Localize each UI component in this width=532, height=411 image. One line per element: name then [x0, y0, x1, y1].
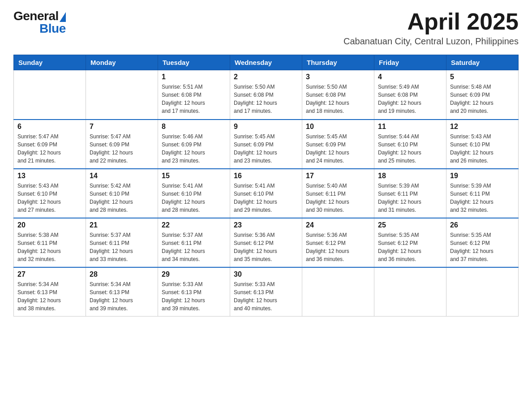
day-info: Sunrise: 5:51 AM Sunset: 6:08 PM Dayligh… — [162, 83, 226, 115]
calendar-header-tuesday: Tuesday — [158, 55, 230, 70]
calendar-header-saturday: Saturday — [446, 55, 519, 70]
day-number: 29 — [162, 270, 226, 278]
day-info: Sunrise: 5:50 AM Sunset: 6:08 PM Dayligh… — [306, 83, 370, 115]
logo-triangle-icon — [60, 12, 66, 22]
calendar-header-row: SundayMondayTuesdayWednesdayThursdayFrid… — [14, 55, 519, 70]
day-info: Sunrise: 5:35 AM Sunset: 6:12 PM Dayligh… — [450, 231, 515, 263]
day-number: 3 — [306, 73, 370, 81]
month-title: April 2025 — [343, 9, 519, 34]
calendar-cell: 18Sunrise: 5:39 AM Sunset: 6:11 PM Dayli… — [374, 169, 446, 218]
day-number: 19 — [450, 172, 515, 180]
calendar-cell: 8Sunrise: 5:46 AM Sunset: 6:09 PM Daylig… — [158, 120, 230, 169]
calendar-cell: 22Sunrise: 5:37 AM Sunset: 6:11 PM Dayli… — [158, 218, 230, 267]
day-number: 26 — [450, 221, 515, 229]
title-section: April 2025 Cabanatuan City, Central Luzo… — [343, 9, 519, 47]
logo-blue-text: Blue — [39, 21, 66, 36]
calendar-table: SundayMondayTuesdayWednesdayThursdayFrid… — [13, 55, 519, 317]
calendar-cell: 20Sunrise: 5:38 AM Sunset: 6:11 PM Dayli… — [14, 218, 86, 267]
calendar-cell: 10Sunrise: 5:45 AM Sunset: 6:09 PM Dayli… — [302, 120, 374, 169]
calendar-week-row: 1Sunrise: 5:51 AM Sunset: 6:08 PM Daylig… — [14, 70, 519, 120]
calendar-cell: 17Sunrise: 5:40 AM Sunset: 6:11 PM Dayli… — [302, 169, 374, 218]
page-header: General Blue April 2025 Cabanatuan City,… — [13, 9, 519, 47]
day-number: 21 — [90, 221, 154, 229]
day-number: 9 — [234, 123, 298, 131]
calendar-header-monday: Monday — [86, 55, 158, 70]
logo: General Blue — [13, 9, 66, 36]
day-number: 1 — [162, 73, 226, 81]
day-info: Sunrise: 5:47 AM Sunset: 6:09 PM Dayligh… — [17, 133, 82, 165]
calendar-cell: 24Sunrise: 5:36 AM Sunset: 6:12 PM Dayli… — [302, 218, 374, 267]
day-info: Sunrise: 5:37 AM Sunset: 6:11 PM Dayligh… — [90, 231, 154, 263]
location-title: Cabanatuan City, Central Luzon, Philippi… — [343, 36, 519, 47]
calendar-cell: 29Sunrise: 5:33 AM Sunset: 6:13 PM Dayli… — [158, 267, 230, 317]
day-info: Sunrise: 5:36 AM Sunset: 6:12 PM Dayligh… — [306, 231, 370, 263]
day-info: Sunrise: 5:47 AM Sunset: 6:09 PM Dayligh… — [90, 133, 154, 165]
day-info: Sunrise: 5:35 AM Sunset: 6:12 PM Dayligh… — [378, 231, 442, 263]
day-number: 18 — [378, 172, 442, 180]
calendar-week-row: 27Sunrise: 5:34 AM Sunset: 6:13 PM Dayli… — [14, 267, 519, 317]
calendar-cell: 5Sunrise: 5:48 AM Sunset: 6:09 PM Daylig… — [446, 70, 519, 120]
day-info: Sunrise: 5:41 AM Sunset: 6:10 PM Dayligh… — [234, 182, 298, 214]
calendar-cell: 26Sunrise: 5:35 AM Sunset: 6:12 PM Dayli… — [446, 218, 519, 267]
day-number: 6 — [17, 123, 82, 131]
calendar-cell — [446, 267, 519, 317]
day-number: 7 — [90, 123, 154, 131]
calendar-cell: 12Sunrise: 5:43 AM Sunset: 6:10 PM Dayli… — [446, 120, 519, 169]
day-info: Sunrise: 5:34 AM Sunset: 6:13 PM Dayligh… — [17, 280, 82, 313]
day-number: 28 — [90, 270, 154, 278]
day-info: Sunrise: 5:45 AM Sunset: 6:09 PM Dayligh… — [234, 133, 298, 165]
calendar-cell: 7Sunrise: 5:47 AM Sunset: 6:09 PM Daylig… — [86, 120, 158, 169]
calendar-header-sunday: Sunday — [14, 55, 86, 70]
day-info: Sunrise: 5:39 AM Sunset: 6:11 PM Dayligh… — [450, 182, 515, 214]
calendar-cell: 3Sunrise: 5:50 AM Sunset: 6:08 PM Daylig… — [302, 70, 374, 120]
calendar-cell: 27Sunrise: 5:34 AM Sunset: 6:13 PM Dayli… — [14, 267, 86, 317]
day-number: 8 — [162, 123, 226, 131]
day-number: 27 — [17, 270, 82, 278]
day-info: Sunrise: 5:41 AM Sunset: 6:10 PM Dayligh… — [162, 182, 226, 214]
calendar-cell: 6Sunrise: 5:47 AM Sunset: 6:09 PM Daylig… — [14, 120, 86, 169]
calendar-cell: 1Sunrise: 5:51 AM Sunset: 6:08 PM Daylig… — [158, 70, 230, 120]
day-number: 23 — [234, 221, 298, 229]
day-number: 15 — [162, 172, 226, 180]
calendar-cell: 30Sunrise: 5:33 AM Sunset: 6:13 PM Dayli… — [230, 267, 302, 317]
calendar-header-friday: Friday — [374, 55, 446, 70]
calendar-cell: 21Sunrise: 5:37 AM Sunset: 6:11 PM Dayli… — [86, 218, 158, 267]
day-info: Sunrise: 5:38 AM Sunset: 6:11 PM Dayligh… — [17, 231, 82, 263]
calendar-week-row: 13Sunrise: 5:43 AM Sunset: 6:10 PM Dayli… — [14, 169, 519, 218]
day-number: 2 — [234, 73, 298, 81]
day-number: 22 — [162, 221, 226, 229]
calendar-cell: 13Sunrise: 5:43 AM Sunset: 6:10 PM Dayli… — [14, 169, 86, 218]
day-info: Sunrise: 5:39 AM Sunset: 6:11 PM Dayligh… — [378, 182, 442, 214]
day-info: Sunrise: 5:33 AM Sunset: 6:13 PM Dayligh… — [162, 280, 226, 313]
day-info: Sunrise: 5:40 AM Sunset: 6:11 PM Dayligh… — [306, 182, 370, 214]
day-number: 10 — [306, 123, 370, 131]
day-info: Sunrise: 5:36 AM Sunset: 6:12 PM Dayligh… — [234, 231, 298, 263]
day-number: 13 — [17, 172, 82, 180]
day-info: Sunrise: 5:37 AM Sunset: 6:11 PM Dayligh… — [162, 231, 226, 263]
calendar-cell: 23Sunrise: 5:36 AM Sunset: 6:12 PM Dayli… — [230, 218, 302, 267]
day-number: 4 — [378, 73, 442, 81]
day-info: Sunrise: 5:33 AM Sunset: 6:13 PM Dayligh… — [234, 280, 298, 313]
calendar-cell: 14Sunrise: 5:42 AM Sunset: 6:10 PM Dayli… — [86, 169, 158, 218]
day-number: 25 — [378, 221, 442, 229]
calendar-cell — [86, 70, 158, 120]
day-number: 14 — [90, 172, 154, 180]
day-info: Sunrise: 5:48 AM Sunset: 6:09 PM Dayligh… — [450, 83, 515, 115]
day-number: 12 — [450, 123, 515, 131]
calendar-week-row: 20Sunrise: 5:38 AM Sunset: 6:11 PM Dayli… — [14, 218, 519, 267]
calendar-cell: 19Sunrise: 5:39 AM Sunset: 6:11 PM Dayli… — [446, 169, 519, 218]
calendar-cell: 28Sunrise: 5:34 AM Sunset: 6:13 PM Dayli… — [86, 267, 158, 317]
calendar-cell: 9Sunrise: 5:45 AM Sunset: 6:09 PM Daylig… — [230, 120, 302, 169]
calendar-header-thursday: Thursday — [302, 55, 374, 70]
day-number: 20 — [17, 221, 82, 229]
calendar-cell: 4Sunrise: 5:49 AM Sunset: 6:08 PM Daylig… — [374, 70, 446, 120]
calendar-cell — [14, 70, 86, 120]
day-number: 11 — [378, 123, 442, 131]
day-info: Sunrise: 5:50 AM Sunset: 6:08 PM Dayligh… — [234, 83, 298, 115]
day-number: 16 — [234, 172, 298, 180]
day-info: Sunrise: 5:49 AM Sunset: 6:08 PM Dayligh… — [378, 83, 442, 115]
calendar-week-row: 6Sunrise: 5:47 AM Sunset: 6:09 PM Daylig… — [14, 120, 519, 169]
calendar-cell: 11Sunrise: 5:44 AM Sunset: 6:10 PM Dayli… — [374, 120, 446, 169]
day-info: Sunrise: 5:43 AM Sunset: 6:10 PM Dayligh… — [17, 182, 82, 214]
day-number: 17 — [306, 172, 370, 180]
